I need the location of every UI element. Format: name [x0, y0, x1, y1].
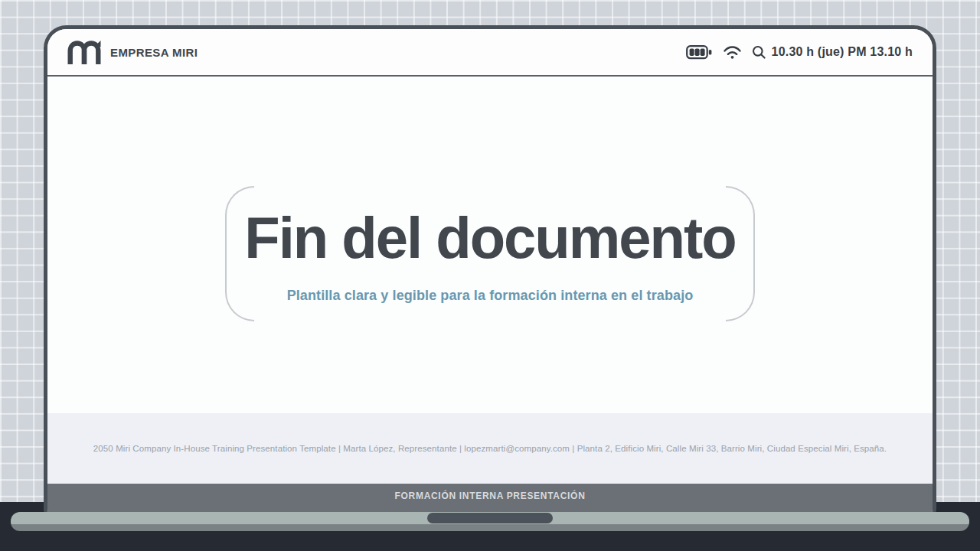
footer-credits-line: 2050 Miri Company In-House Training Pres…	[93, 444, 887, 453]
slide-canvas: Fin del documento Plantilla clara y legi…	[47, 77, 933, 413]
laptop-screen-frame: EMPRESA MIRI 10.30 h (jue) PM 13.1	[44, 25, 936, 517]
bottom-banner-label: FORMACIÓN INTERNA PRESENTACIÓN	[395, 491, 586, 501]
laptop-hinge-notch	[427, 513, 553, 523]
company-m-logo-icon	[67, 40, 101, 64]
brand-name: EMPRESA MIRI	[110, 46, 198, 59]
laptop-base	[11, 512, 969, 531]
bottom-banner: FORMACIÓN INTERNA PRESENTACIÓN	[47, 484, 933, 514]
status-time-label: 10.30 h (jue) PM 13.10 h	[772, 45, 913, 59]
slide-footer: 2050 Miri Company In-House Training Pres…	[47, 413, 933, 484]
slide-title: Fin del documento	[244, 209, 736, 267]
title-block: Fin del documento Plantilla clara y legi…	[47, 77, 933, 413]
status-cluster: 10.30 h (jue) PM 13.10 h	[686, 45, 913, 60]
slide-status-bar: EMPRESA MIRI 10.30 h (jue) PM 13.1	[47, 29, 933, 75]
wifi-icon	[723, 45, 742, 60]
battery-icon	[686, 45, 713, 60]
slide-subtitle: Plantilla clara y legible para la formac…	[287, 288, 694, 304]
laptop-base-edge	[11, 524, 969, 531]
search-icon	[752, 45, 766, 60]
